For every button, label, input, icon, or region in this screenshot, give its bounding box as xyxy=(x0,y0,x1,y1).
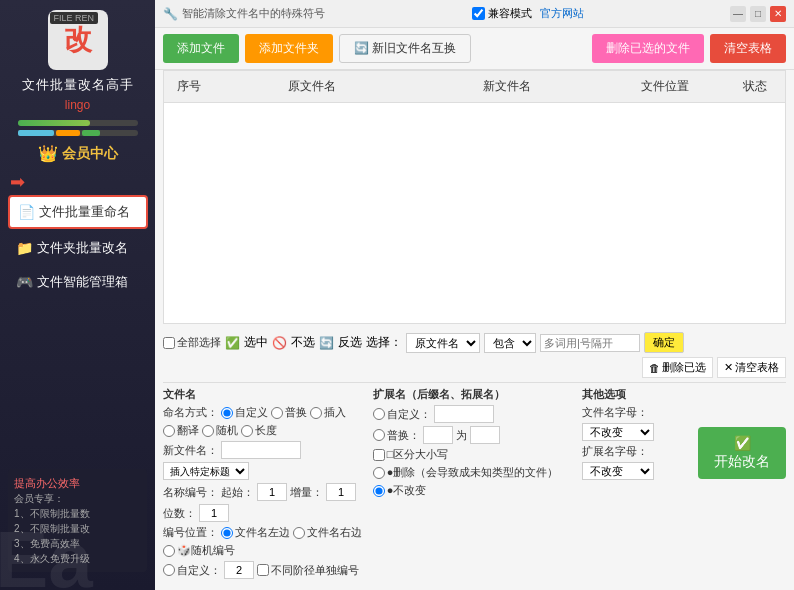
clear-small-label: 清空表格 xyxy=(735,360,779,375)
ext-replace-row: 普换： 为 xyxy=(373,426,577,444)
pos-left[interactable]: 文件名左边 xyxy=(221,525,290,540)
pos-right[interactable]: 文件名右边 xyxy=(293,525,362,540)
minimize-button[interactable]: — xyxy=(730,6,746,22)
num-prefix-row: 名称编号： 起始： 增量： 位数： xyxy=(163,483,367,522)
step-input[interactable] xyxy=(326,483,356,501)
naming-mode-row: 命名方式： 自定义 普换 插入 翻译 随机 长度 xyxy=(163,405,367,438)
close-button[interactable]: ✕ xyxy=(770,6,786,22)
rename-exchange-button[interactable]: 🔄 新旧文件名互换 xyxy=(339,34,471,63)
num-pos-row: 编号位置： 文件名左边 文件名右边 🎲随机编号 xyxy=(163,525,367,558)
official-website-link[interactable]: 官方网站 xyxy=(540,6,584,21)
start-input[interactable] xyxy=(257,483,287,501)
uncheck-label: 不选 xyxy=(291,334,315,351)
window-controls: — □ ✕ xyxy=(730,6,786,22)
ext-panel-title: 扩展名（后缀名、拓展名） xyxy=(373,387,577,402)
rename-panel: 文件名 命名方式： 自定义 普换 插入 翻译 随机 长度 新文件名： 插入特定标… xyxy=(163,387,367,582)
select-all-input[interactable] xyxy=(163,337,175,349)
add-file-button[interactable]: 添加文件 xyxy=(163,34,239,63)
ext-custom-row: 自定义： xyxy=(373,405,577,423)
mode-insert[interactable]: 插入 xyxy=(310,405,346,420)
ext-nochange-radio[interactable]: ●不改变 xyxy=(373,483,427,498)
ext-custom-input[interactable] xyxy=(434,405,494,423)
logo-char: 改 xyxy=(64,21,92,59)
promo-line-3: 3、免费高效率 xyxy=(14,536,141,551)
smart-manager-icon: 🎮 xyxy=(16,274,33,290)
delete-done-small-label: 删除已选 xyxy=(662,360,706,375)
username: lingo xyxy=(65,98,90,112)
mode-custom[interactable]: 自定义 xyxy=(221,405,268,420)
promo-line-0: 会员专享： xyxy=(14,491,141,506)
batch-rename-icon: 📄 xyxy=(18,204,35,220)
ext-char-select[interactable]: 不改变 全部大写 全部小写 xyxy=(582,462,654,480)
custom-pos-input[interactable] xyxy=(224,561,254,579)
no-dup-checkbox[interactable]: 不同阶径单独编号 xyxy=(257,563,359,578)
sidebar-item-batch-rename[interactable]: 📄 文件批量重命名 xyxy=(8,195,148,229)
clear-table-button[interactable]: 清空表格 xyxy=(710,34,786,63)
select-all-checkbox[interactable]: 全部选择 xyxy=(163,335,221,350)
sidebar-item-label-smart-manager: 文件智能管理箱 xyxy=(37,273,128,291)
compat-checkbox-input[interactable] xyxy=(472,7,485,20)
wrench-icon: 🔧 xyxy=(163,7,178,21)
member-center[interactable]: 👑 会员中心 xyxy=(38,144,118,163)
delete-done-button[interactable]: 删除已选的文件 xyxy=(592,34,704,63)
contain-select[interactable]: 包含 xyxy=(484,333,536,353)
progress-bar-1 xyxy=(18,120,138,126)
pos-custom[interactable]: 自定义： xyxy=(163,563,221,578)
sidebar-item-smart-manager[interactable]: 🎮 文件智能管理箱 xyxy=(8,267,148,297)
mode-length[interactable]: 长度 xyxy=(241,423,277,438)
check-label: 选中 xyxy=(244,334,268,351)
titlebar: 🔧 智能清除文件名中的特殊符号 兼容模式 官方网站 — □ ✕ xyxy=(155,0,794,28)
start-rename-label: 开始改名 xyxy=(714,453,770,471)
add-folder-button[interactable]: 添加文件夹 xyxy=(245,34,333,63)
progress-bar-2 xyxy=(18,130,138,136)
no-dup-input[interactable] xyxy=(257,564,269,576)
reverse-label: 反选 xyxy=(338,334,362,351)
ext-delete-radio[interactable]: ●删除（会导致成未知类型的文件） xyxy=(373,465,559,480)
digits-input[interactable] xyxy=(199,504,229,522)
char-select[interactable]: 不改变 全部大写 全部小写 xyxy=(582,423,654,441)
ext-panel: 扩展名（后缀名、拓展名） 自定义： 普换： 为 □区分大小写 xyxy=(373,387,577,582)
insert-marker-select[interactable]: 插入特定标题 xyxy=(163,462,249,480)
source-name-select[interactable]: 原文件名 xyxy=(406,333,480,353)
rename-panel-title: 文件名 xyxy=(163,387,367,402)
other-panel: 其他选项 文件名字母： 不改变 全部大写 全部小写 扩展名字母： xyxy=(582,387,786,582)
maximize-button[interactable]: □ xyxy=(750,6,766,22)
ext-replace-radio[interactable]: 普换： xyxy=(373,428,420,443)
toolbar: 添加文件 添加文件夹 🔄 新旧文件名互换 删除已选的文件 清空表格 xyxy=(155,28,794,70)
mode-random[interactable]: 随机 xyxy=(202,423,238,438)
char-label: 文件名字母： xyxy=(582,405,648,420)
delete-done-small-button[interactable]: 🗑 删除已选 xyxy=(642,357,713,378)
ext-replace-from-input[interactable] xyxy=(423,426,453,444)
start-rename-button[interactable]: ✅ 开始改名 xyxy=(698,427,786,479)
cross-icon: ✕ xyxy=(724,361,733,374)
new-name-input[interactable] xyxy=(221,441,301,459)
reverse-icon: 🔄 xyxy=(319,336,334,350)
confirm-button[interactable]: 确定 xyxy=(644,332,684,353)
ext-case-checkbox[interactable]: □区分大小写 xyxy=(373,447,449,462)
bottom-section: 全部选择 ✅ 选中 🚫 不选 🔄 反选 选择： 原文件名 包含 确定 🗑 删除已… xyxy=(155,324,794,590)
ext-replace-label: 普换： xyxy=(387,428,420,443)
ext-char-row: 扩展名字母： 不改变 全部大写 全部小写 xyxy=(582,444,692,480)
ext-replace-to-input[interactable] xyxy=(470,426,500,444)
ext-custom-label: 自定义： xyxy=(387,407,431,422)
start-label: 起始： xyxy=(221,485,254,500)
clear-small-button[interactable]: ✕ 清空表格 xyxy=(717,357,786,378)
mode-replace[interactable]: 普换 xyxy=(271,405,307,420)
promo-title: 提高办公效率 xyxy=(14,475,141,492)
filter-input[interactable] xyxy=(540,334,640,352)
member-center-label: 会员中心 xyxy=(62,145,118,163)
folder-rename-icon: 📁 xyxy=(16,240,33,256)
ext-custom-radio[interactable]: 自定义： xyxy=(373,407,431,422)
ext-replace-to-label: 为 xyxy=(456,428,467,443)
checkmark-icon: ✅ xyxy=(734,435,751,451)
digits-label: 位数： xyxy=(163,506,196,521)
mode-translate[interactable]: 翻译 xyxy=(163,423,199,438)
pos-random[interactable]: 🎲随机编号 xyxy=(163,543,235,558)
ext-case-label: □区分大小写 xyxy=(387,447,449,462)
select-label: 选择： xyxy=(366,334,402,351)
select-bar: 全部选择 ✅ 选中 🚫 不选 🔄 反选 选择： 原文件名 包含 确定 🗑 删除已… xyxy=(163,328,786,383)
compat-mode-checkbox[interactable]: 兼容模式 xyxy=(472,6,532,21)
sidebar-item-folder-rename[interactable]: 📁 文件夹批量改名 xyxy=(8,233,148,263)
main-panel: 🔧 智能清除文件名中的特殊符号 兼容模式 官方网站 — □ ✕ 添加文件 添加文… xyxy=(155,0,794,590)
ext-case-input[interactable] xyxy=(373,449,385,461)
